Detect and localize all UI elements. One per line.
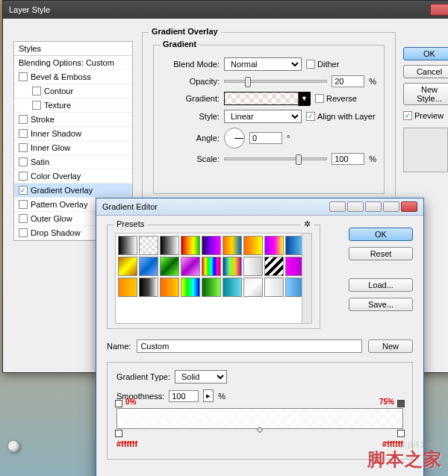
blending-options-row[interactable]: Blending Options: Custom xyxy=(14,56,132,70)
effect-checkbox[interactable] xyxy=(19,200,28,209)
blend-mode-select[interactable]: Normal xyxy=(224,57,302,71)
opacity-input[interactable] xyxy=(332,75,364,87)
reverse-checkbox[interactable] xyxy=(315,94,324,103)
preset-swatch-6[interactable] xyxy=(243,236,263,255)
color-stop-right[interactable] xyxy=(397,430,405,437)
maximize-icon[interactable] xyxy=(383,201,399,212)
effect-checkbox[interactable] xyxy=(19,115,28,124)
scale-slider[interactable] xyxy=(224,157,327,160)
effect-label: Color Overlay xyxy=(31,172,81,181)
preset-swatch-19[interactable] xyxy=(139,278,158,297)
preset-swatch-9[interactable] xyxy=(118,257,137,276)
pin-icon[interactable] xyxy=(347,201,364,212)
preset-swatch-24[interactable] xyxy=(243,278,263,297)
align-checkbox[interactable]: ✓ xyxy=(306,112,315,121)
effect-checkbox[interactable] xyxy=(19,129,28,138)
ge-save-button[interactable]: Save... xyxy=(349,298,413,311)
help-icon[interactable] xyxy=(329,201,346,212)
preset-swatch-0[interactable] xyxy=(118,236,137,255)
preset-swatch-23[interactable] xyxy=(223,278,242,297)
style-select[interactable]: Linear xyxy=(224,110,302,123)
style-row-satin[interactable]: Satin xyxy=(14,155,132,169)
new-button[interactable]: New xyxy=(368,339,413,353)
preset-swatch-5[interactable] xyxy=(223,236,242,255)
preset-swatch-11[interactable] xyxy=(160,257,179,276)
effect-checkbox[interactable] xyxy=(19,72,28,81)
ge-load-button[interactable]: Load... xyxy=(349,278,413,292)
style-row-color-overlay[interactable]: Color Overlay xyxy=(14,169,132,184)
preset-swatch-18[interactable] xyxy=(118,278,137,297)
cancel-button[interactable]: Cancel xyxy=(403,65,448,78)
style-row-contour[interactable]: Contour xyxy=(14,84,132,98)
angle-input[interactable] xyxy=(249,132,282,144)
preset-swatch-10[interactable] xyxy=(139,257,158,276)
layer-style-titlebar[interactable]: Layer Style xyxy=(3,1,448,19)
style-row-texture[interactable]: Texture xyxy=(14,98,132,113)
effect-checkbox[interactable] xyxy=(19,172,28,181)
smoothness-stepper[interactable]: ▸ xyxy=(203,389,214,402)
ge-ok-button[interactable]: OK xyxy=(349,228,413,241)
preset-swatch-22[interactable] xyxy=(202,278,221,297)
opacity-stop-left[interactable] xyxy=(115,400,122,407)
minimize-icon[interactable] xyxy=(365,201,382,212)
style-row-inner-glow[interactable]: Inner Glow xyxy=(14,141,132,155)
gear-icon[interactable]: ✲ xyxy=(301,219,314,229)
hex-left: #ffffff xyxy=(116,439,137,448)
effect-checkbox[interactable] xyxy=(19,228,28,237)
effect-checkbox[interactable] xyxy=(19,157,28,166)
preset-swatch-7[interactable] xyxy=(264,236,284,255)
watermark-text: 脚本之家 xyxy=(367,448,442,472)
style-row-bevel-emboss[interactable]: Bevel & Emboss xyxy=(14,70,132,84)
preset-swatch-12[interactable] xyxy=(181,257,200,276)
effect-checkbox[interactable] xyxy=(32,87,41,95)
preview-checkbox[interactable]: ✓ xyxy=(403,111,412,120)
name-input[interactable] xyxy=(137,339,362,353)
styles-header[interactable]: Styles xyxy=(14,42,132,56)
effect-checkbox[interactable] xyxy=(32,101,41,110)
preset-swatch-13[interactable] xyxy=(202,257,221,276)
gradient-swatch[interactable]: ▼ xyxy=(224,92,311,105)
gradient-overlay-frame: Gradient Overlay Gradient Blend Mode: No… xyxy=(142,32,396,220)
dither-checkbox[interactable] xyxy=(306,60,315,69)
gradient-type-select[interactable]: Solid xyxy=(175,370,227,383)
presets-scrollbar[interactable] xyxy=(302,233,312,324)
ge-reset-button[interactable]: Reset xyxy=(349,247,413,260)
layer-style-title: Layer Style xyxy=(9,5,50,14)
preset-swatch-16[interactable] xyxy=(264,257,284,276)
preset-swatch-1[interactable] xyxy=(139,236,158,255)
style-row-stroke[interactable]: Stroke xyxy=(14,113,132,127)
name-label: Name: xyxy=(107,342,131,351)
preset-swatch-20[interactable] xyxy=(160,278,179,297)
preset-swatch-3[interactable] xyxy=(181,236,200,255)
preset-swatch-2[interactable] xyxy=(160,236,179,255)
style-row-inner-shadow[interactable]: Inner Shadow xyxy=(14,127,132,141)
opacity-label: Opacity: xyxy=(161,77,220,86)
gradient-label: Gradient: xyxy=(161,94,220,103)
opacity-slider[interactable] xyxy=(224,80,327,83)
frame-title: Gradient Overlay xyxy=(149,27,221,36)
preset-swatch-21[interactable] xyxy=(181,278,200,297)
angle-dial[interactable] xyxy=(224,128,245,148)
effect-checkbox[interactable]: ✓ xyxy=(19,186,28,195)
style-label: Style: xyxy=(161,112,220,121)
close-icon[interactable] xyxy=(430,4,448,16)
style-row-gradient-overlay[interactable]: ✓Gradient Overlay xyxy=(14,184,132,198)
blend-mode-label: Blend Mode: xyxy=(161,60,220,69)
close-icon[interactable] xyxy=(401,201,417,212)
scale-input[interactable] xyxy=(332,153,364,165)
smoothness-input[interactable] xyxy=(169,390,199,402)
opacity-stop-right[interactable] xyxy=(397,400,405,407)
new-style-button[interactable]: New Style... xyxy=(403,83,448,105)
effect-checkbox[interactable] xyxy=(19,143,28,152)
preset-swatch-14[interactable] xyxy=(223,257,242,276)
angle-unit: ° xyxy=(287,134,290,143)
preset-swatch-25[interactable] xyxy=(264,278,284,297)
gradient-dropdown-icon[interactable]: ▼ xyxy=(298,93,310,106)
color-stop-left[interactable] xyxy=(115,430,122,437)
effect-checkbox[interactable] xyxy=(19,214,28,223)
gradient-editor-titlebar[interactable]: Gradient Editor xyxy=(96,198,423,216)
preset-swatch-4[interactable] xyxy=(202,236,221,255)
ok-button[interactable]: OK xyxy=(403,47,448,60)
preset-swatch-15[interactable] xyxy=(243,257,263,276)
reverse-label: Reverse xyxy=(326,94,357,103)
